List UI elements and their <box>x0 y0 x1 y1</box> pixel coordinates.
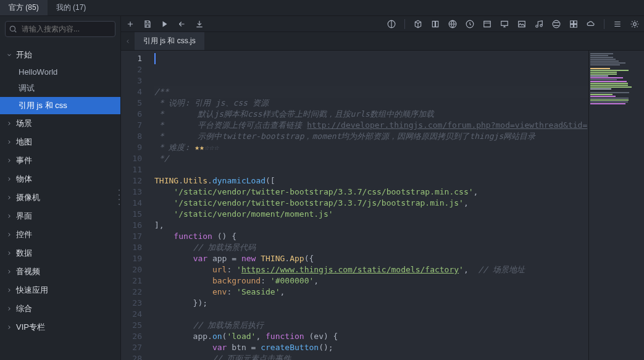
tree-category[interactable]: 事件 <box>0 151 120 170</box>
tree-category[interactable]: VIP专栏 <box>0 318 120 337</box>
chevron-right-icon <box>6 139 12 145</box>
code-line: THING.Utils.dynamicLoad([ <box>154 175 588 186</box>
cloud-icon[interactable] <box>587 20 595 28</box>
monitor-icon[interactable] <box>500 20 509 28</box>
code-line: background: '#000000', <box>154 275 588 287</box>
new-icon[interactable] <box>126 20 135 28</box>
code-line: * 默认js脚本和css样式会带上时间戳，且按urls数组中的顺序加载 <box>154 109 588 120</box>
minimap-line <box>590 75 608 77</box>
code[interactable]: /** * 说明: 引用 js、css 资源 * 默认js脚本和css样式会带上… <box>151 51 588 360</box>
list-icon[interactable] <box>613 20 622 28</box>
chevron-right-icon <box>6 269 12 275</box>
tree-category-label: 物体 <box>16 174 32 185</box>
tree-category-label: 场景 <box>16 118 32 129</box>
line-number: 19 <box>121 253 142 264</box>
code-line: * 说明: 引用 js、css 资源 <box>154 98 588 109</box>
line-number: 17 <box>121 231 142 242</box>
main-row: 开始HelloWorld调试引用 js 和 css场景地图事件物体摄像机界面控件… <box>0 16 644 360</box>
tree-category[interactable]: 综合 <box>0 299 120 318</box>
line-number: 15 <box>121 209 142 220</box>
minimap-line <box>590 94 613 95</box>
grid-icon[interactable] <box>569 20 578 28</box>
line-number: 9 <box>121 142 142 153</box>
code-line: * 示例中twitter-bootstrap，moment均为外部资源，因网络原… <box>154 131 588 142</box>
tree-category-label: 界面 <box>16 211 32 222</box>
run-icon[interactable] <box>161 20 169 28</box>
minimap-line <box>590 96 616 97</box>
code-line: /** <box>154 86 588 98</box>
file-tab[interactable]: 引用 js 和 css.js <box>135 32 204 50</box>
minimap-line <box>590 92 629 93</box>
minimap-line <box>590 85 628 86</box>
line-number: 25 <box>121 320 142 331</box>
code-line: '/static/vendor/twitter-bootstrap/3.3.7/… <box>154 198 588 209</box>
tree-category[interactable]: 音视频 <box>0 262 120 281</box>
download-icon[interactable] <box>195 20 204 28</box>
minimap-line <box>590 59 616 60</box>
code-line: url: 'https://www.thingjs.com/static/mod… <box>154 264 588 275</box>
earth-icon[interactable] <box>552 20 561 28</box>
globe-icon[interactable] <box>448 20 457 28</box>
toolbar-left <box>126 20 204 28</box>
tree-category-label: 控件 <box>16 229 32 240</box>
toolbar-right <box>387 19 639 29</box>
line-number: 18 <box>121 242 142 253</box>
save-icon[interactable] <box>143 20 152 28</box>
svg-line-1 <box>14 30 16 32</box>
tree-category[interactable]: 物体 <box>0 170 120 188</box>
toolbar <box>121 16 644 32</box>
minimap-line <box>590 79 617 80</box>
image-icon[interactable] <box>517 20 526 28</box>
tree-category[interactable]: 场景 <box>0 114 120 133</box>
book-icon[interactable] <box>431 20 440 28</box>
tab-prev[interactable] <box>121 32 135 50</box>
tree-category[interactable]: 开始 <box>0 46 120 64</box>
line-number: 24 <box>121 309 142 320</box>
code-line: '/static/vendor/twitter-bootstrap/3.3.7/… <box>154 186 588 198</box>
music-icon[interactable] <box>535 20 543 28</box>
line-number: 22 <box>121 287 142 298</box>
chevron-right-icon <box>6 52 12 58</box>
settings-icon[interactable] <box>630 20 639 28</box>
minimap-line <box>590 53 613 54</box>
splitter[interactable] <box>119 188 123 207</box>
code-line: function () { <box>154 231 588 242</box>
line-number: 4 <box>121 86 142 98</box>
minimap-line <box>590 103 625 104</box>
divider <box>604 19 604 29</box>
top-tab[interactable]: 我的 (17) <box>48 0 95 15</box>
tree-category-label: 摄像机 <box>16 192 40 203</box>
minimap[interactable] <box>588 51 644 360</box>
minimap-line <box>590 72 617 73</box>
clock-icon[interactable] <box>466 20 474 28</box>
share-icon[interactable] <box>178 20 186 28</box>
tree-category[interactable]: 地图 <box>0 133 120 151</box>
svg-point-0 <box>10 26 15 31</box>
tree-item[interactable]: 引用 js 和 css <box>0 97 120 114</box>
top-tab[interactable]: 官方 (85) <box>0 0 48 15</box>
tree-category[interactable]: 摄像机 <box>0 188 120 207</box>
cube-icon[interactable] <box>414 20 422 28</box>
panel-icon[interactable] <box>483 20 491 28</box>
tree: 开始HelloWorld调试引用 js 和 css场景地图事件物体摄像机界面控件… <box>0 42 120 360</box>
tree-category-label: VIP专栏 <box>16 322 45 333</box>
line-number: 2 <box>121 64 142 75</box>
minimap-line <box>590 73 617 75</box>
tree-item[interactable]: HelloWorld <box>0 64 120 80</box>
top-tabs: 官方 (85)我的 (17) <box>0 0 644 16</box>
tree-category[interactable]: 快速应用 <box>0 281 120 299</box>
tree-item[interactable]: 调试 <box>0 80 120 97</box>
tree-category[interactable]: 控件 <box>0 225 120 244</box>
line-number: 16 <box>121 220 142 231</box>
search-input[interactable] <box>5 21 115 37</box>
theme-icon[interactable] <box>387 20 396 28</box>
tree-category[interactable]: 数据 <box>0 244 120 262</box>
gutter: 1234567891011121314151617181920212223242… <box>121 51 151 360</box>
line-number: 3 <box>121 75 142 86</box>
tree-category-label: 地图 <box>16 136 32 148</box>
tree-category[interactable]: 界面 <box>0 207 120 225</box>
minimap-line <box>590 66 631 67</box>
line-number: 5 <box>121 98 142 109</box>
minimap-line <box>590 62 625 64</box>
line-number: 11 <box>121 164 142 175</box>
